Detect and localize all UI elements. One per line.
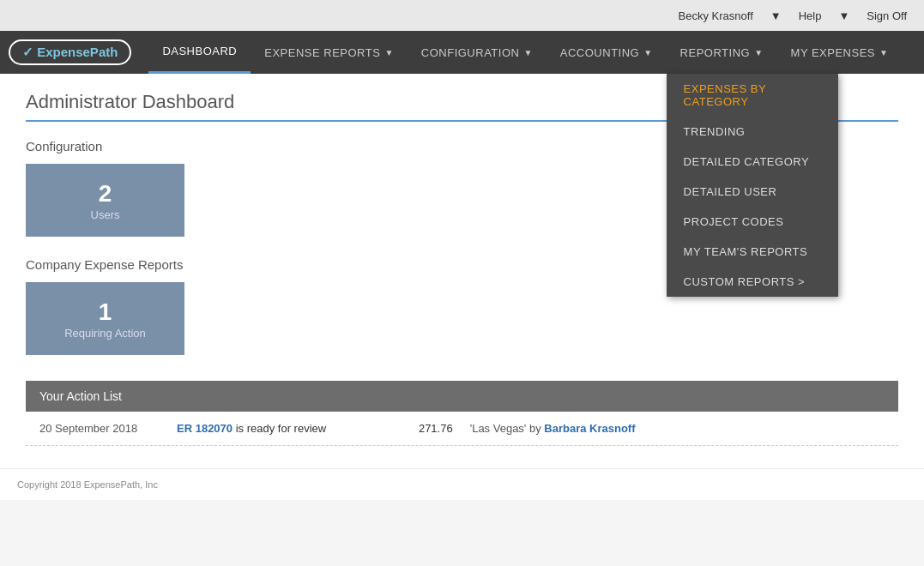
requiring-action-count: 1 xyxy=(99,298,112,327)
user-menu[interactable]: Becky Krasnoff xyxy=(679,9,753,22)
expense-reports-caret: ▼ xyxy=(384,48,393,57)
logo[interactable]: ✓ ExpensePath xyxy=(9,39,131,65)
nav-accounting[interactable]: ACCOUNTING ▼ xyxy=(547,31,667,74)
nav-reporting[interactable]: REPORTING ▼ Expenses by Category Trendin… xyxy=(667,31,777,74)
nav-configuration[interactable]: CONFIGURATION ▼ xyxy=(408,31,547,74)
table-row: 20 September 2018 ER 182070 is ready for… xyxy=(26,412,898,446)
footer-text: Copyright 2018 ExpensePath, Inc xyxy=(17,479,158,490)
action-date: 20 September 2018 xyxy=(39,422,160,435)
action-list-section: Your Action List 20 September 2018 ER 18… xyxy=(26,381,898,446)
menu-project-codes[interactable]: Project Codes xyxy=(667,207,838,237)
requiring-action-label: Requiring Action xyxy=(64,327,146,340)
menu-trending[interactable]: Trending xyxy=(667,117,838,147)
action-description: 'Las Vegas' by Barbara Krasnoff xyxy=(470,422,885,435)
action-er-info: ER 182070 is ready for review xyxy=(177,422,384,435)
nav-my-expenses[interactable]: MY EXPENSES ▼ xyxy=(777,31,903,74)
nav-items: DASHBOARD EXPENSE REPORTS ▼ CONFIGURATIO… xyxy=(148,31,902,74)
requiring-action-stat-box[interactable]: 1 Requiring Action xyxy=(26,282,184,355)
action-list-header: Your Action List xyxy=(26,381,898,412)
my-expenses-caret: ▼ xyxy=(879,48,888,57)
topbar-caret: ▼ xyxy=(770,9,782,22)
navbar: ✓ ExpensePath DASHBOARD EXPENSE REPORTS … xyxy=(0,31,924,74)
help-caret: ▼ xyxy=(838,9,849,22)
menu-expenses-by-category[interactable]: Expenses by Category xyxy=(667,74,838,117)
menu-my-teams-reports[interactable]: My Team's Reports xyxy=(667,237,838,267)
accounting-caret: ▼ xyxy=(643,48,652,57)
er-text: is ready for review xyxy=(233,422,326,435)
reporting-dropdown: Expenses by Category Trending Detailed C… xyxy=(667,74,838,297)
users-stat-box[interactable]: 2 Users xyxy=(26,164,184,237)
users-label: Users xyxy=(91,208,120,221)
menu-detailed-user[interactable]: Detailed User xyxy=(667,177,838,207)
menu-detailed-category[interactable]: Detailed Category xyxy=(667,147,838,177)
reporting-caret: ▼ xyxy=(754,48,763,57)
signoff-link[interactable]: Sign Off xyxy=(867,9,907,22)
action-person[interactable]: Barbara Krasnoff xyxy=(544,422,635,435)
er-link[interactable]: ER 182070 xyxy=(177,422,233,435)
top-bar: Becky Krasnoff ▼ Help ▼ Sign Off xyxy=(0,0,924,31)
nav-expense-reports[interactable]: EXPENSE REPORTS ▼ xyxy=(251,31,408,74)
footer: Copyright 2018 ExpensePath, Inc xyxy=(0,468,924,500)
configuration-caret: ▼ xyxy=(523,48,532,57)
action-amount: 271.76 xyxy=(402,422,453,435)
nav-dashboard[interactable]: DASHBOARD xyxy=(148,31,251,74)
menu-custom-reports[interactable]: Custom Reports > xyxy=(667,267,838,297)
help-menu[interactable]: Help xyxy=(799,9,822,22)
users-count: 2 xyxy=(99,179,112,208)
